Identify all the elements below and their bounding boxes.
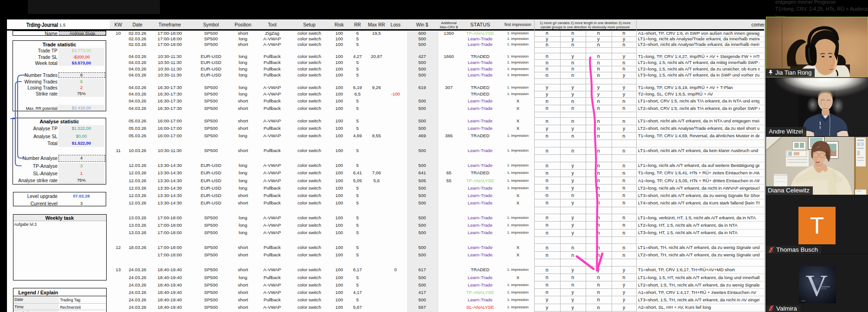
svg-text:V: V <box>805 268 828 302</box>
